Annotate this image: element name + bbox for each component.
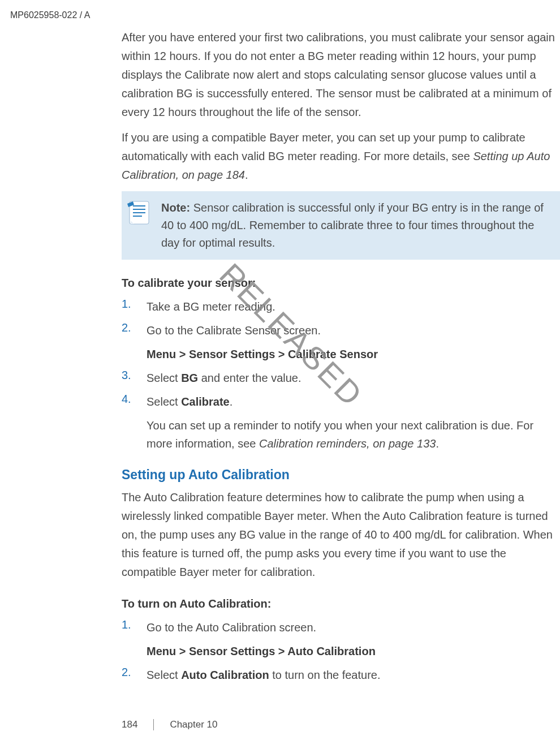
step-sub-italic: Calibration reminders, on page 133 (259, 437, 436, 450)
step-body: Select BG and enter the value. (147, 369, 560, 387)
step-3: 3. Select BG and enter the value. (122, 369, 560, 387)
step-number: 1. (122, 618, 147, 660)
heading-turn-on-auto: To turn on Auto Calibration: (122, 597, 560, 610)
auto-step-1: 1. Go to the Auto Calibration screen. Me… (122, 618, 560, 660)
step-bold: Calibrate (181, 395, 230, 408)
page-number: 184 (122, 719, 154, 730)
calibrate-steps-list: 1. Take a BG meter reading. 2. Go to the… (122, 298, 560, 453)
step-bold: BG (181, 372, 198, 384)
step-text-c: and enter the value. (198, 372, 301, 384)
auto-steps-list: 1. Go to the Auto Calibration screen. Me… (122, 618, 560, 684)
step-number: 2. (122, 321, 147, 363)
menu-path-text: Menu > Sensor Settings > Calibrate Senso… (147, 348, 378, 360)
step-text-a: Select (147, 372, 181, 384)
step-text-a: Select (147, 669, 181, 681)
paragraph-1: After you have entered your first two ca… (122, 28, 560, 122)
menu-path: Menu > Sensor Settings > Calibrate Senso… (147, 345, 560, 363)
step-text-c: . (230, 395, 233, 408)
step-1: 1. Take a BG meter reading. (122, 298, 560, 316)
p2-text-a: If you are using a compatible Bayer mete… (122, 131, 525, 162)
step-text: Go to the Calibrate Sensor screen. (147, 324, 321, 337)
step-body: Go to the Calibrate Sensor screen. Menu … (147, 321, 560, 363)
menu-path-text: Menu > Sensor Settings > Auto Calibratio… (147, 645, 376, 657)
step-body: Go to the Auto Calibration screen. Menu … (147, 618, 560, 660)
menu-path: Menu > Sensor Settings > Auto Calibratio… (147, 642, 560, 660)
step-sub: You can set up a reminder to notify you … (147, 416, 560, 453)
page-content: After you have entered your first two ca… (122, 28, 560, 690)
page-footer: 184 Chapter 10 (122, 719, 218, 730)
step-body: Select Auto Calibration to turn on the f… (147, 666, 560, 684)
document-code: MP6025958-022 / A (10, 10, 90, 20)
step-number: 1. (122, 298, 147, 316)
step-bold: Auto Calibration (181, 669, 269, 681)
step-number: 4. (122, 393, 147, 453)
note-text: Note: Sensor calibration is successful o… (161, 199, 552, 252)
heading-auto-calibration: Setting up Auto Calibration (122, 467, 560, 483)
step-4: 4. Select Calibrate. You can set up a re… (122, 393, 560, 453)
step-body: Take a BG meter reading. (147, 298, 560, 316)
paragraph-2: If you are using a compatible Bayer mete… (122, 128, 560, 184)
note-icon (126, 199, 154, 227)
step-text-c: to turn on the feature. (269, 669, 381, 681)
step-text-a: Select (147, 395, 181, 408)
step-text: Go to the Auto Calibration screen. (147, 621, 316, 634)
step-number: 3. (122, 369, 147, 387)
auto-calibration-paragraph: The Auto Calibration feature determines … (122, 488, 560, 582)
step-body: Select Calibrate. You can set up a remin… (147, 393, 560, 453)
auto-step-2: 2. Select Auto Calibration to turn on th… (122, 666, 560, 684)
p2-text-c: . (245, 169, 248, 181)
step-sub-c: . (436, 437, 439, 450)
note-callout: Note: Sensor calibration is successful o… (122, 191, 560, 260)
step-2: 2. Go to the Calibrate Sensor screen. Me… (122, 321, 560, 363)
note-body: Sensor calibration is successful only if… (161, 201, 544, 249)
chapter-label: Chapter 10 (154, 719, 217, 730)
heading-calibrate-sensor: To calibrate your sensor: (122, 277, 560, 290)
step-number: 2. (122, 666, 147, 684)
note-label: Note: (161, 201, 190, 214)
